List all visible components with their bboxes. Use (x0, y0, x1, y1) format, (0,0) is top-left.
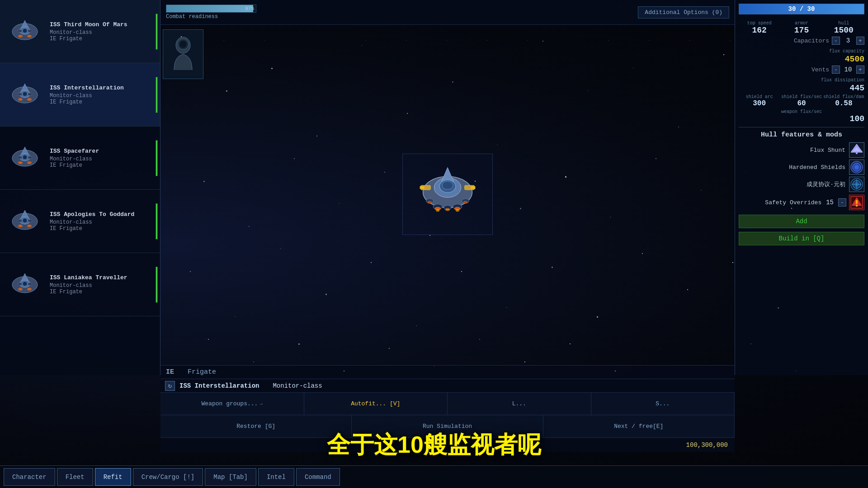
build-in-button[interactable]: Build in [Q] (739, 232, 864, 245)
svg-point-57 (456, 209, 459, 212)
ship-list-item[interactable]: ISS Apologies To Goddard Monitor-class I… (0, 190, 160, 253)
ship-info: ISS Spacefarer Monitor-class IE Frigate (45, 147, 156, 168)
svg-point-13 (23, 92, 27, 96)
vents-plus[interactable]: + (856, 66, 864, 74)
nav-command[interactable]: Command (296, 468, 340, 486)
refresh-button[interactable]: ↻ (165, 381, 175, 391)
toolbar-row1: Weapon groups... → Autofit... [V] L... S… (160, 392, 735, 415)
ship-sprite (5, 201, 45, 242)
svg-point-47 (442, 181, 453, 189)
weapon-groups-label: Weapon groups... (202, 400, 258, 407)
combat-readiness-bar: 97% (166, 5, 256, 13)
additional-options-btn[interactable]: Additional Options (0) (638, 6, 729, 19)
spirit-protocol-icon (849, 177, 864, 192)
svg-point-31 (27, 225, 32, 227)
nav-refit[interactable]: Refit (95, 468, 131, 486)
ship-list-item[interactable]: ISS Interstellaration Monitor-class IE F… (0, 63, 160, 127)
svg-rect-28 (28, 220, 32, 222)
ship-name: ISS Apologies To Goddard (50, 211, 156, 219)
skin-btn[interactable]: S... (591, 393, 735, 415)
flux-cap-label: flux capacity (829, 49, 864, 54)
capacitors-plus[interactable]: + (856, 37, 864, 45)
mod-spirit-protocol[interactable]: 成灵协议·元初 (739, 177, 864, 192)
svg-rect-20 (28, 156, 32, 159)
vents-value: 10 (843, 66, 854, 73)
svg-rect-77 (856, 200, 858, 204)
ship-class: Monitor-class (50, 282, 156, 289)
ship-list-item[interactable]: ISS Third Moon Of Mars Monitor-class IE … (0, 0, 160, 63)
next-label: Next / free[E] (614, 423, 663, 430)
svg-point-37 (23, 282, 27, 286)
safety-overrides-minus[interactable]: - (838, 198, 846, 206)
shield-flux-dam-value: 0.58 (823, 99, 864, 108)
shield-flux-sec-value: 60 (781, 99, 822, 108)
restore-label: Restore [G] (236, 423, 275, 430)
mod-hardened-shields[interactable]: Hardened Shields (739, 160, 864, 175)
safety-overrides-icon (849, 195, 864, 210)
svg-point-23 (27, 161, 32, 164)
hull-label: hull (823, 21, 864, 26)
nav-character[interactable]: Character (4, 468, 55, 486)
svg-point-22 (18, 161, 23, 164)
nav-bar: Character Fleet Refit Crew/Cargo [!] Map… (0, 465, 868, 488)
svg-point-21 (23, 155, 27, 160)
top-speed-label: top speed (739, 21, 780, 26)
run-sim-label: Run Simulation (423, 423, 472, 430)
combat-readiness-label: Combat readiness (166, 14, 256, 20)
ship-full-name: ISS Interstellaration (179, 382, 259, 389)
nav-crew-cargo[interactable]: Crew/Cargo [!] (133, 468, 203, 486)
loadout-label: L... (512, 400, 526, 407)
loadout-btn[interactable]: L... (448, 393, 591, 415)
next-free-btn[interactable]: Next / free[E] (543, 415, 735, 437)
ship-sprite (5, 138, 45, 178)
credits-value: 100,300,000 (686, 441, 728, 449)
health-fill (156, 77, 157, 113)
nav-map[interactable]: Map [Tab] (205, 468, 256, 486)
flux-dis-label: flux dissipation (821, 78, 864, 83)
ship-list-item[interactable]: ISS Laniakea Traveller Monitor-class IE … (0, 253, 160, 316)
safety-overrides-label: Safety Overrides (765, 199, 821, 206)
faction-tag: IE (166, 368, 174, 376)
capacitors-row: Capacitors - 3 + (739, 37, 864, 45)
shield-arc-label: shield arc (739, 94, 780, 99)
svg-point-38 (18, 288, 23, 291)
hull-class: Monitor-class (273, 382, 322, 389)
nav-fleet[interactable]: Fleet (57, 468, 93, 486)
svg-point-14 (18, 98, 23, 101)
vents-row: Vents - 10 + (739, 66, 864, 74)
weapon-flux-value: 100 (739, 114, 864, 123)
svg-point-29 (23, 218, 27, 223)
vents-label: Vents (739, 66, 829, 73)
health-bar (156, 77, 158, 113)
autofit-btn[interactable]: Autofit... [V] (304, 393, 448, 415)
capacitors-minus[interactable]: - (832, 37, 840, 45)
mod-flux-shunt-name: Flux Shunt (810, 147, 845, 154)
readiness-fill (166, 5, 253, 12)
run-simulation-btn[interactable]: Run Simulation (352, 415, 543, 437)
credits-bar: 100,300,000 (160, 437, 735, 452)
restore-btn[interactable]: Restore [G] (160, 415, 352, 437)
add-button[interactable]: Add (739, 215, 864, 228)
shield-arc-value: 300 (739, 99, 780, 108)
armor-value: 175 (781, 26, 822, 35)
health-bar (156, 203, 158, 239)
ship-view-box[interactable] (402, 154, 493, 235)
safety-overrides-value: 15 (826, 199, 834, 206)
top-speed-stat: top speed 162 (739, 21, 780, 35)
hp-text: 30 / 30 (788, 5, 815, 13)
vents-minus[interactable]: - (832, 66, 840, 74)
nav-character-label: Character (12, 474, 47, 481)
nav-intel[interactable]: Intel (258, 468, 294, 486)
hardened-shields-icon (849, 160, 864, 175)
flux-dis-value: 445 (739, 84, 864, 93)
health-bar (156, 267, 158, 303)
ship-type: IE Frigate (50, 36, 156, 42)
weapon-groups-btn[interactable]: Weapon groups... → (160, 393, 304, 415)
ship-list-item[interactable]: ISS Spacefarer Monitor-class IE Frigate (0, 127, 160, 190)
svg-point-7 (27, 35, 32, 38)
mod-flux-shunt[interactable]: Flux Shunt (739, 142, 864, 158)
svg-rect-27 (18, 220, 22, 222)
faction-bar: IE Frigate (160, 365, 735, 379)
readiness-bar-container: 97% Combat readiness (166, 5, 256, 20)
svg-point-61 (427, 201, 432, 204)
